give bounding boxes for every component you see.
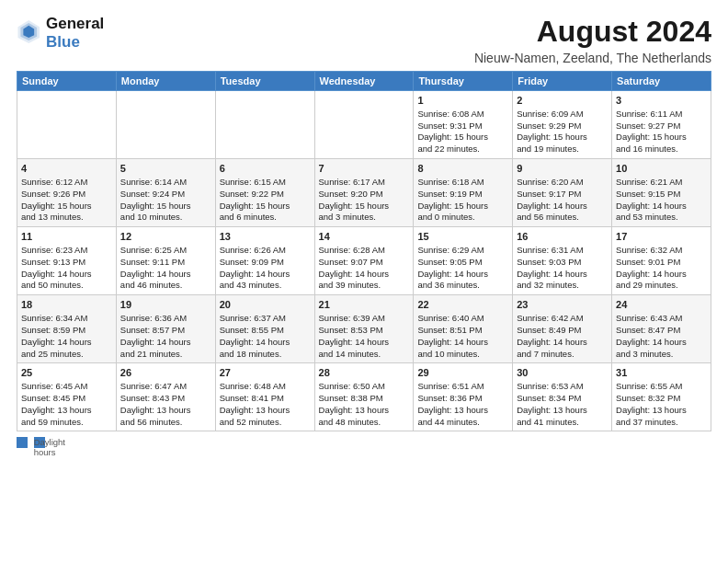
calendar-week-5: 25Sunrise: 6:45 AMSunset: 8:45 PMDayligh… [17,363,711,431]
day-header-wednesday: Wednesday [314,72,414,91]
day-number: 1 [417,94,508,108]
cell-line: Daylight: 15 hours [616,132,707,144]
day-number: 4 [21,162,112,176]
cell-line: and 52 minutes. [220,417,311,429]
cell-line: Sunset: 9:05 PM [417,257,508,269]
cell-line: Sunrise: 6:48 AM [220,381,311,393]
day-number: 26 [120,366,211,380]
cell-line: Sunset: 8:51 PM [417,325,508,337]
cell-line: Sunrise: 6:32 AM [616,245,707,257]
cell-line: Sunrise: 6:34 AM [21,313,112,325]
cell-line: Sunset: 8:41 PM [220,393,311,405]
day-number: 10 [616,162,707,176]
cell-line: and 32 minutes. [517,280,608,292]
cell-line: and 41 minutes. [517,417,608,429]
cell-line: Daylight: 15 hours [319,201,410,213]
cell-line: and 29 minutes. [616,280,707,292]
cell-line: Sunset: 8:49 PM [517,325,608,337]
calendar-cell: 30Sunrise: 6:53 AMSunset: 8:34 PMDayligh… [513,363,612,431]
cell-line: and 7 minutes. [517,349,608,361]
calendar-cell: 26Sunrise: 6:47 AMSunset: 8:43 PMDayligh… [116,363,215,431]
cell-line: Sunrise: 6:55 AM [616,381,707,393]
cell-line: Sunrise: 6:31 AM [517,245,608,257]
day-number: 23 [517,298,608,312]
cell-line: Daylight: 15 hours [417,132,508,144]
cell-line: Sunset: 9:17 PM [517,189,608,201]
cell-line: Daylight: 15 hours [21,201,112,213]
calendar-cell [314,91,414,159]
cell-line: Sunrise: 6:42 AM [517,313,608,325]
cell-line: Daylight: 14 hours [319,337,410,349]
cell-line: Sunrise: 6:08 AM [417,109,508,121]
day-header-tuesday: Tuesday [215,72,314,91]
footer-note: Daylight hours [17,436,711,447]
cell-line: Daylight: 14 hours [120,337,211,349]
logo: General Blue [17,15,104,51]
cell-line: and 25 minutes. [21,349,112,361]
cell-line: and 56 minutes. [120,417,211,429]
cell-line: Sunrise: 6:39 AM [319,313,410,325]
cell-line: Sunset: 8:34 PM [517,393,608,405]
cell-line: and 59 minutes. [21,417,112,429]
calendar-cell: 3Sunrise: 6:11 AMSunset: 9:27 PMDaylight… [612,91,711,159]
day-number: 2 [517,94,608,108]
calendar-week-3: 11Sunrise: 6:23 AMSunset: 9:13 PMDayligh… [17,227,711,295]
calendar-cell: 20Sunrise: 6:37 AMSunset: 8:55 PMDayligh… [215,295,314,363]
cell-line: Sunrise: 6:20 AM [517,177,608,189]
cell-line: and 56 minutes. [517,212,608,224]
cell-line: Daylight: 15 hours [220,201,311,213]
cell-line: and 3 minutes. [319,212,410,224]
calendar-cell: 21Sunrise: 6:39 AMSunset: 8:53 PMDayligh… [314,295,414,363]
day-number: 18 [21,298,112,312]
cell-line: Sunrise: 6:15 AM [220,177,311,189]
calendar-cell: 12Sunrise: 6:25 AMSunset: 9:11 PMDayligh… [116,227,215,295]
cell-line: Daylight: 15 hours [120,201,211,213]
cell-line: Daylight: 14 hours [21,337,112,349]
calendar-cell: 18Sunrise: 6:34 AMSunset: 8:59 PMDayligh… [17,295,117,363]
calendar-cell: 5Sunrise: 6:14 AMSunset: 9:24 PMDaylight… [116,159,215,227]
day-number: 9 [517,162,608,176]
cell-line: Sunrise: 6:50 AM [319,381,410,393]
cell-line: Sunrise: 6:09 AM [517,109,608,121]
cell-line: Daylight: 15 hours [417,201,508,213]
cell-line: Sunset: 9:01 PM [616,257,707,269]
cell-line: Sunrise: 6:45 AM [21,381,112,393]
cell-line: Sunset: 8:38 PM [319,393,410,405]
cell-line: Sunrise: 6:17 AM [319,177,410,189]
day-header-sunday: Sunday [17,72,117,91]
cell-line: and 22 minutes. [417,144,508,155]
calendar-cell: 6Sunrise: 6:15 AMSunset: 9:22 PMDaylight… [215,159,314,227]
cell-line: Sunrise: 6:37 AM [220,313,311,325]
cell-line: and 0 minutes. [417,212,508,224]
cell-line: and 53 minutes. [616,212,707,224]
day-number: 3 [616,94,707,108]
calendar-cell: 1Sunrise: 6:08 AMSunset: 9:31 PMDaylight… [414,91,513,159]
day-number: 5 [120,162,211,176]
cell-line: Daylight: 13 hours [517,405,608,417]
cell-line: and 39 minutes. [319,280,410,292]
calendar-cell [17,91,117,159]
calendar-cell: 2Sunrise: 6:09 AMSunset: 9:29 PMDaylight… [513,91,612,159]
cell-line: Sunrise: 6:36 AM [120,313,211,325]
cell-line: Daylight: 13 hours [120,405,211,417]
cell-line: Sunrise: 6:12 AM [21,177,112,189]
day-number: 12 [120,230,211,244]
day-header-saturday: Saturday [612,72,711,91]
calendar-cell [215,91,314,159]
calendar-week-1: 1Sunrise: 6:08 AMSunset: 9:31 PMDaylight… [17,91,711,159]
cell-line: Sunrise: 6:21 AM [616,177,707,189]
cell-line: Daylight: 14 hours [220,337,311,349]
cell-line: Sunset: 9:11 PM [120,257,211,269]
day-number: 21 [319,298,410,312]
daylight-label: Daylight hours [34,437,45,448]
cell-line: Sunset: 9:13 PM [21,257,112,269]
days-header-row: SundayMondayTuesdayWednesdayThursdayFrid… [17,72,711,91]
cell-line: Sunrise: 6:18 AM [417,177,508,189]
day-number: 19 [120,298,211,312]
cell-line: Daylight: 13 hours [220,405,311,417]
cell-line: Sunset: 8:53 PM [319,325,410,337]
cell-line: Sunrise: 6:51 AM [417,381,508,393]
cell-line: and 46 minutes. [120,280,211,292]
cell-line: Sunset: 8:55 PM [220,325,311,337]
cell-line: Daylight: 14 hours [517,269,608,281]
